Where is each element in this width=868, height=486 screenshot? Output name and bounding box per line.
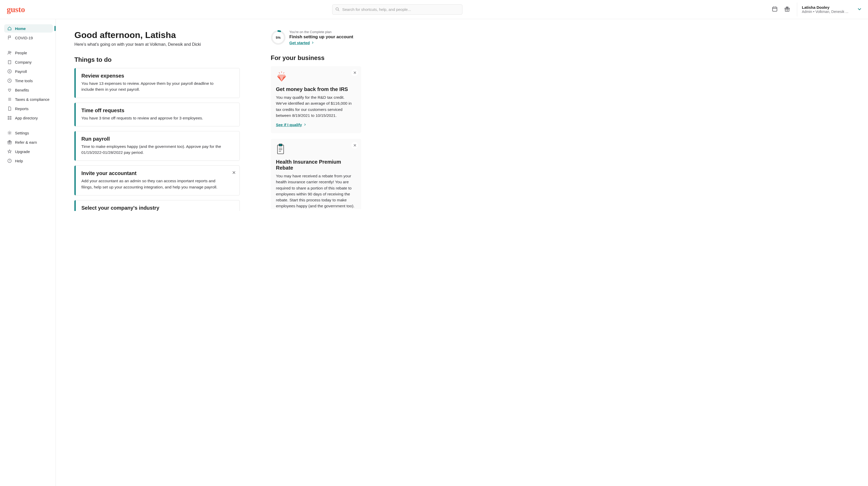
get-started-link[interactable]: Get started [289,40,314,45]
business-card-title: Health Insurance Premium Rebate [276,159,356,171]
list-icon [7,97,12,102]
heart-icon [7,88,12,92]
flag-icon [7,35,12,40]
setup-title: Finish setting up your account [289,34,353,39]
sidebar-item-label: Refer & earn [15,140,37,144]
sidebar-item-label: Company [15,60,32,64]
sidebar-item-company[interactable]: Company [4,58,53,66]
things-to-do-heading: Things to do [74,56,240,63]
sidebar-item-label: Benefits [15,88,29,92]
chevron-down-icon [857,7,862,12]
user-subline: Admin • Volkman, Denesik ... [802,9,848,14]
sidebar-item-label: App directory [15,116,38,120]
gear-icon [7,131,12,135]
plan-line: You're on the Complete plan [289,30,353,34]
clock-icon [7,78,12,83]
sidebar-item-reports[interactable]: Reports [4,105,53,113]
sidebar-item-payroll[interactable]: Payroll [4,67,53,76]
todo-card-title: Run payroll [82,136,227,142]
progress-percent-label: 5% [271,30,286,45]
sidebar-item-people[interactable]: People [4,49,53,57]
for-your-business-list: ✕ Get money back from the IRSYou may qua… [271,66,361,209]
grid-icon [7,116,12,120]
sidebar-item-settings[interactable]: Settings [4,129,53,137]
sidebar-item-covid-19[interactable]: COVID-19 [4,34,53,42]
svg-rect-40 [279,144,282,146]
sidebar-item-time-tools[interactable]: Time tools [4,77,53,85]
sidebar-item-upgrade[interactable]: Upgrade [4,147,53,155]
gift-small-icon [7,140,12,144]
header: gusto Latisha Dooley Admin • Volkman, De… [0,0,868,19]
help-icon [7,159,12,163]
sidebar-item-taxes-compliance[interactable]: Taxes & compliance [4,95,53,104]
sidebar-item-label: COVID-19 [15,36,33,40]
business-card-cta[interactable]: See if I qualify [276,122,307,127]
sidebar-item-label: Taxes & compliance [15,97,49,102]
greeting-subtitle: Here's what's going on with your team at… [74,42,240,47]
todo-card-desc: You have 13 expenses to review. Approve … [82,80,227,92]
document-icon [7,106,12,111]
sidebar-item-label: People [15,51,27,55]
close-icon[interactable]: ✕ [351,69,358,76]
calendar-button[interactable] [770,4,780,15]
gift-button[interactable] [782,4,792,15]
chevron-right-icon [304,122,307,127]
diamond-icon [276,71,356,84]
star-icon [7,149,12,154]
business-card: ✕ Health Insurance Premium RebateYou may… [271,139,361,209]
todo-card-title: Time off requests [82,108,227,113]
todo-card-desc: Add your accountant as an admin so they … [82,178,227,190]
todo-card[interactable]: Review expensesYou have 13 expenses to r… [74,68,240,98]
sidebar-item-benefits[interactable]: Benefits [4,86,53,94]
business-card: ✕ Get money back from the IRSYou may qua… [271,66,361,133]
sidebar-item-label: Upgrade [15,149,30,154]
svg-marker-36 [277,75,286,77]
setup-progress-row: 5% You're on the Complete plan Finish se… [271,30,361,45]
home-icon [7,26,12,31]
calendar-icon [772,6,778,13]
progress-ring: 5% [271,30,286,45]
main-content: Good afternoon, Latisha Here's what's go… [56,19,868,486]
search-icon [335,7,339,12]
get-started-label: Get started [289,40,310,45]
clipboard-icon [276,143,356,156]
business-card-desc: You may have received a rebate from your… [276,173,356,209]
people-icon [7,50,12,55]
sidebar: HomeCOVID-19PeopleCompanyPayrollTime too… [0,19,56,486]
header-divider [797,3,797,17]
svg-line-33 [279,73,280,74]
user-menu[interactable]: Latisha Dooley Admin • Volkman, Denesik … [802,5,862,14]
gift-icon [784,6,790,13]
todo-card-title: Invite your accountant [82,170,227,176]
todo-card[interactable]: Select your company's industry [74,200,240,211]
todo-card[interactable]: Invite your accountantAdd your accountan… [74,166,240,195]
search-input[interactable] [332,4,462,15]
sidebar-item-refer-earn[interactable]: Refer & earn [4,138,53,146]
sidebar-item-help[interactable]: Help [4,156,53,165]
chevron-right-icon [311,40,314,45]
sidebar-item-label: Home [15,26,26,31]
sidebar-item-label: Payroll [15,69,27,74]
user-name: Latisha Dooley [802,5,848,9]
todo-card[interactable]: Time off requestsYou have 3 time off req… [74,103,240,126]
building-icon [7,60,12,64]
sidebar-item-home[interactable]: Home [4,24,53,33]
todo-card[interactable]: Run payrollTime to make employees happy … [74,131,240,161]
todo-card-desc: Time to make employees happy (and the go… [82,143,227,155]
sidebar-item-label: Help [15,159,23,163]
sidebar-item-app-directory[interactable]: App directory [4,114,53,122]
close-icon[interactable]: ✕ [351,142,358,149]
todo-card-desc: You have 3 time off requests to review a… [82,115,227,121]
todo-card-title: Select your company's industry [82,205,227,211]
dollar-icon [7,69,12,74]
sidebar-item-label: Settings [15,131,29,135]
logo[interactable]: gusto [7,5,25,14]
close-icon[interactable]: ✕ [232,170,236,175]
things-to-do-list: Review expensesYou have 13 expenses to r… [74,68,240,211]
business-card-title: Get money back from the IRS [276,86,356,92]
sidebar-item-label: Time tools [15,79,33,83]
todo-card-title: Review expenses [82,73,227,79]
sidebar-item-label: Reports [15,107,29,111]
business-card-desc: You may qualify for the R&D tax credit. … [276,94,356,118]
svg-rect-39 [277,145,284,154]
